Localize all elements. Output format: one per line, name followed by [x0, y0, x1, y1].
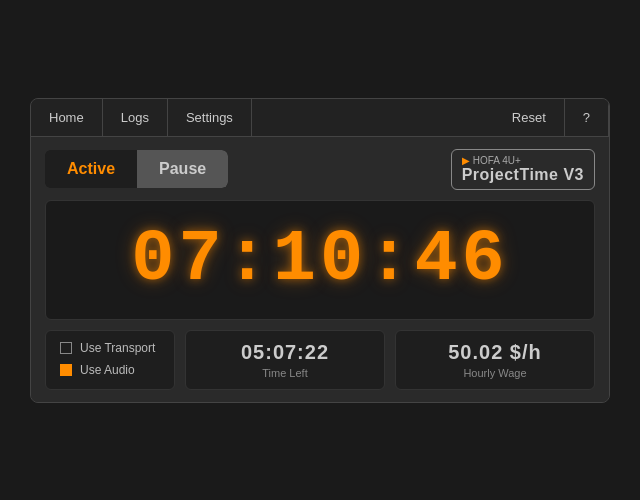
nav-home[interactable]: Home: [31, 99, 103, 136]
time-left-card: 05:07:22 Time Left: [185, 330, 385, 390]
time-left-label: Time Left: [262, 367, 307, 379]
nav-reset[interactable]: Reset: [494, 99, 565, 136]
nav-bar: Home Logs Settings Reset ?: [31, 99, 609, 137]
clock-container: 07:10:46: [45, 200, 595, 320]
time-left-value: 05:07:22: [241, 341, 329, 364]
nav-settings[interactable]: Settings: [168, 99, 252, 136]
logo-bottom-text: ProjectTime V3: [462, 166, 584, 184]
hourly-wage-card: 50.02 $/h Hourly Wage: [395, 330, 595, 390]
hourly-wage-label: Hourly Wage: [463, 367, 526, 379]
use-transport-label: Use Transport: [80, 341, 155, 355]
use-audio-label: Use Audio: [80, 363, 135, 377]
logo-top-row: ▶ HOFA 4U+: [462, 155, 584, 166]
status-buttons: Active Pause: [45, 150, 228, 188]
hourly-wage-value: 50.02 $/h: [448, 341, 542, 364]
pause-button[interactable]: Pause: [137, 150, 228, 188]
use-audio-option[interactable]: Use Audio: [60, 363, 160, 377]
use-audio-checkbox[interactable]: [60, 364, 72, 376]
nav-logs[interactable]: Logs: [103, 99, 168, 136]
play-icon: ▶: [462, 155, 470, 166]
clock-display: 07:10:46: [131, 219, 509, 301]
use-transport-option[interactable]: Use Transport: [60, 341, 160, 355]
nav-help[interactable]: ?: [565, 99, 609, 136]
app-container: Home Logs Settings Reset ? Active Pause …: [30, 98, 610, 403]
use-transport-checkbox[interactable]: [60, 342, 72, 354]
bottom-row: Use Transport Use Audio 05:07:22 Time Le…: [45, 330, 595, 390]
logo-top-text: HOFA 4U+: [473, 155, 521, 166]
active-button[interactable]: Active: [45, 150, 137, 188]
nav-right: Reset ?: [494, 99, 609, 136]
options-panel: Use Transport Use Audio: [45, 330, 175, 390]
nav-spacer: [252, 99, 494, 136]
logo-box: ▶ HOFA 4U+ ProjectTime V3: [451, 149, 595, 190]
main-content: Active Pause ▶ HOFA 4U+ ProjectTime V3 0…: [31, 137, 609, 402]
status-row: Active Pause ▶ HOFA 4U+ ProjectTime V3: [45, 149, 595, 190]
